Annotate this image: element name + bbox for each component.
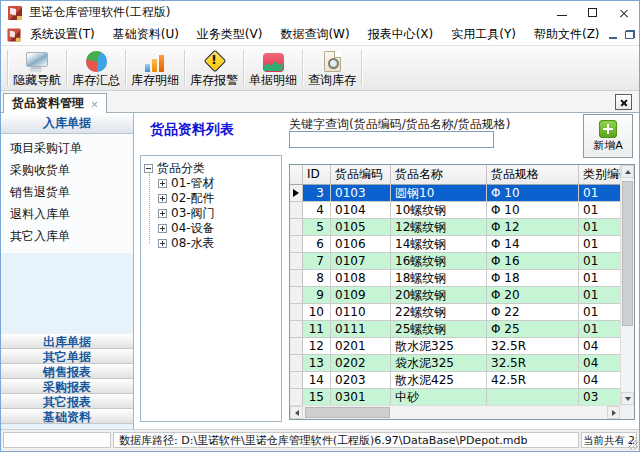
close-button[interactable] — [608, 1, 639, 24]
tab-close-icon[interactable] — [91, 100, 98, 107]
table-row[interactable]: 14 0203 散水泥425 42.5R 04 — [290, 372, 620, 389]
monitor-icon — [25, 51, 49, 72]
column-header[interactable]: 货品名称 — [391, 165, 487, 185]
cell-name: 14螺纹钢 — [391, 236, 487, 252]
column-header[interactable]: 货品编码 — [331, 165, 391, 185]
tree-node[interactable]: 08-水表 — [158, 236, 278, 251]
toolbar-button-label: 库存明细 — [131, 73, 179, 87]
row-selector — [290, 372, 303, 388]
cell-code: 0108 — [331, 270, 391, 286]
scroll-up-button[interactable] — [621, 165, 634, 178]
menu-item[interactable]: 基础资料(U) — [104, 24, 188, 45]
column-header[interactable]: ID — [303, 165, 331, 185]
collapse-icon[interactable] — [144, 164, 153, 173]
tree-node[interactable]: 03-阀门 — [158, 206, 278, 221]
tree-children: 01-管材 02-配件 03-阀门 04-设备 — [144, 176, 278, 251]
scroll-down-button[interactable] — [621, 392, 634, 405]
table-row[interactable]: 6 0106 14螺纹钢 Φ 14 01 — [290, 236, 620, 253]
row-selector — [290, 202, 303, 218]
sidebar-section[interactable]: 销售报表 — [1, 364, 133, 379]
warning-icon — [202, 48, 226, 72]
menu-item[interactable]: 实用工具(Y) — [442, 24, 525, 45]
sidebar-section[interactable]: 其它报表 — [1, 394, 133, 409]
vertical-scrollbar[interactable] — [620, 165, 634, 405]
menu-item[interactable]: 业务类型(V) — [188, 24, 272, 45]
cell-spec: Φ 18 — [487, 270, 579, 286]
maximize-button[interactable] — [577, 1, 608, 24]
cell-category: 01 — [579, 202, 620, 218]
maximize-icon — [588, 8, 597, 17]
column-header[interactable]: 货品规格 — [487, 165, 579, 185]
sidebar-item[interactable]: 退料入库单 — [1, 203, 133, 225]
expand-icon[interactable] — [158, 224, 167, 233]
expand-icon[interactable] — [158, 209, 167, 218]
tree-node[interactable]: 01-管材 — [158, 176, 278, 191]
cell-name: 20螺纹钢 — [391, 287, 487, 303]
sidebar-sections: 出库单据其它单据销售报表采购报表其它报表基础资料 — [1, 334, 133, 424]
scroll-left-button[interactable] — [290, 406, 303, 419]
menu-item[interactable]: 帮助文件(Z) — [525, 24, 609, 45]
sidebar-section[interactable]: 基础资料 — [1, 409, 133, 424]
toolbar-button[interactable]: 单据明细 — [245, 46, 301, 90]
sidebar-item[interactable]: 销售退货单 — [1, 181, 133, 203]
table-row[interactable]: 11 0111 25螺纹钢 Φ 25 01 — [290, 321, 620, 338]
row-selector — [290, 304, 303, 320]
horizontal-scrollbar[interactable] — [290, 405, 620, 419]
toolbar-button[interactable]: 库存汇总 — [68, 46, 124, 90]
sidebar-section[interactable]: 出库单据 — [1, 334, 133, 349]
minimize-button[interactable] — [546, 1, 577, 24]
mdi-minimize-icon[interactable] — [609, 37, 617, 39]
toolbar-button[interactable]: 隐藏导航 — [9, 46, 65, 90]
table-row[interactable]: 10 0110 22螺纹钢 Φ 22 01 — [290, 304, 620, 321]
mdi-restore-icon[interactable] — [625, 30, 635, 39]
table-row[interactable]: 7 0107 16螺纹钢 Φ 16 01 — [290, 253, 620, 270]
horizontal-scroll-thumb[interactable] — [305, 407, 390, 418]
table-row[interactable]: 5 0105 12螺纹钢 Φ 12 01 — [290, 219, 620, 236]
bar-chart-icon — [144, 53, 166, 72]
expand-icon[interactable] — [158, 194, 167, 203]
scroll-right-button[interactable] — [607, 406, 620, 419]
cell-code: 0105 — [331, 219, 391, 235]
tab-goods-management[interactable]: 货品资料管理 — [3, 93, 107, 113]
cell-category: 01 — [579, 321, 620, 337]
cell-code: 0106 — [331, 236, 391, 252]
cell-name: 10螺纹钢 — [391, 202, 487, 218]
vertical-scroll-thumb[interactable] — [622, 181, 633, 326]
expand-icon[interactable] — [158, 239, 167, 248]
table-row[interactable]: 8 0108 18螺纹钢 Φ 18 01 — [290, 270, 620, 287]
column-header[interactable]: 类别编码 — [579, 165, 620, 185]
menu-item[interactable]: 报表中心(X) — [359, 24, 443, 45]
table-row[interactable]: 4 0104 10螺纹钢 Φ 10 01 — [290, 202, 620, 219]
table-row[interactable]: 13 0202 袋水泥325 32.5R 04 — [290, 355, 620, 372]
table-row[interactable]: 15 0301 中砂 03 — [290, 389, 620, 405]
table-row[interactable]: 3 0103 圆钢10 Φ 10 01 — [290, 185, 620, 202]
menu-item[interactable]: 系统设置(T) — [21, 24, 104, 45]
search-input[interactable] — [289, 131, 494, 148]
toolbar-button[interactable]: 库存明细 — [127, 46, 183, 90]
pane-close-button[interactable] — [615, 94, 632, 110]
statusbar: 数据库路径: D:\里诺软件\里诺仓库管理软件(工程版)6.97\DataBas… — [1, 429, 639, 451]
sidebar-section-inbound[interactable]: 入库单据 — [1, 113, 133, 134]
table-row[interactable]: 9 0109 20螺纹钢 Φ 20 01 — [290, 287, 620, 304]
menu-item[interactable]: 数据查询(W) — [271, 24, 358, 45]
sidebar-item[interactable]: 采购收货单 — [1, 159, 133, 181]
sidebar-item[interactable]: 项目采购订单 — [1, 137, 133, 159]
table-row[interactable]: 12 0201 散水泥325 32.5R 04 — [290, 338, 620, 355]
add-button[interactable]: 新增A — [583, 114, 633, 158]
tree-node[interactable]: 04-设备 — [158, 221, 278, 236]
toolbar-button-label: 单据明细 — [249, 73, 297, 87]
resize-grip[interactable] — [628, 440, 638, 450]
sidebar-section[interactable]: 其它单据 — [1, 349, 133, 364]
cell-category: 01 — [579, 236, 620, 252]
cell-name: 12螺纹钢 — [391, 219, 487, 235]
expand-icon[interactable] — [158, 179, 167, 188]
cell-code: 0104 — [331, 202, 391, 218]
toolbar-button[interactable]: 查询库存 — [304, 46, 360, 90]
tree-root[interactable]: 货品分类 — [144, 161, 278, 176]
cell-id: 13 — [303, 355, 331, 371]
sidebar-item[interactable]: 其它入库单 — [1, 225, 133, 247]
tree-node[interactable]: 02-配件 — [158, 191, 278, 206]
cell-category: 04 — [579, 338, 620, 354]
sidebar-section[interactable]: 采购报表 — [1, 379, 133, 394]
toolbar-button[interactable]: 库存报警 — [186, 46, 242, 90]
